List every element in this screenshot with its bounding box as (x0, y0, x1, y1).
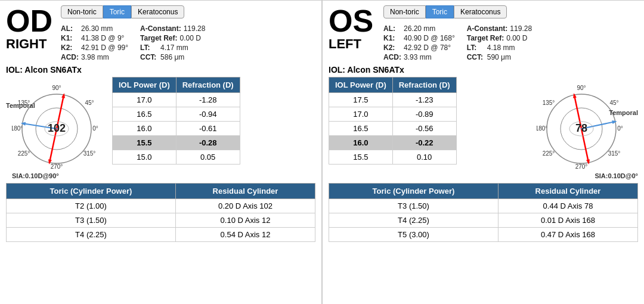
svg-text:270°: 270° (575, 163, 588, 170)
table-row: T4 (2.25)0.54 D Axis 12 (7, 228, 315, 242)
od-iol-table-wrapper: IOL Power (D) Refraction (D) 17.0-1.2816… (112, 77, 315, 165)
table-row: 17.0-1.28 (113, 93, 240, 107)
os-col-refraction: Refraction (D) (392, 77, 456, 93)
svg-text:90°: 90° (577, 85, 586, 91)
od-header: OD RIGHT Non-toric Toric Keratoconus AL:… (6, 5, 315, 61)
od-toric-col2: Residual Cylinder (175, 184, 315, 199)
od-tab-keratoconus[interactable]: Keratoconus (131, 5, 184, 18)
svg-text:45°: 45° (85, 100, 94, 106)
od-iol-label: IOL: Alcon SN6ATx (6, 65, 315, 75)
od-panel: OD RIGHT Non-toric Toric Keratoconus AL:… (0, 1, 322, 304)
svg-text:90°: 90° (52, 85, 61, 91)
table-row: 16.0-0.22 (329, 136, 457, 150)
svg-text:102: 102 (48, 122, 66, 134)
table-row: 17.5-1.23 (329, 93, 457, 107)
od-toric-table: Toric (Cylinder Power) Residual Cylinder… (6, 183, 315, 242)
od-toggle-group: Non-toric Toric Keratoconus (61, 5, 205, 18)
os-dial-svg: 90° 45° 0° 315° 270° 225° 180° 135° (537, 84, 626, 173)
od-col-power: IOL Power (D) (113, 77, 177, 93)
os-toric-table: Toric (Cylinder Power) Residual Cylinder… (329, 183, 638, 242)
os-toggle-group: Non-toric Toric Keratoconus (383, 5, 532, 18)
svg-text:45°: 45° (609, 100, 618, 106)
table-row: T3 (1.50)0.10 D Axis 12 (7, 213, 315, 228)
os-sia-label: SIA:0.10D@0° (595, 172, 638, 179)
os-toric-col1: Toric (Cylinder Power) (329, 184, 499, 199)
svg-text:0°: 0° (92, 125, 98, 132)
od-col-refraction: Refraction (D) (176, 77, 240, 93)
svg-text:135°: 135° (543, 100, 555, 106)
os-iol-table-wrapper: IOL Power (D) Refraction (D) 17.5-1.2317… (329, 77, 532, 165)
os-header: OS LEFT Non-toric Toric Keratoconus AL: … (329, 5, 638, 61)
table-row: T2 (1.00)0.20 D Axis 102 (7, 199, 315, 213)
od-sia-label: SIA:0.10D@90° (12, 172, 59, 179)
table-row: T5 (3.00)0.47 D Axis 168 (329, 228, 638, 242)
svg-text:225°: 225° (18, 150, 30, 157)
os-tab-keratoconus[interactable]: Keratoconus (454, 5, 507, 18)
os-measurements: AL: 26.20 mm K1: 40.90 D @ 168° K2: 42.9… (383, 24, 532, 61)
os-eye-label: OS LEFT (329, 5, 376, 51)
os-iol-label: IOL: Alcon SN6ATx (329, 65, 638, 75)
od-iol-table: IOL Power (D) Refraction (D) 17.0-1.2816… (112, 77, 240, 165)
os-temporal-label: Temporal (609, 109, 638, 116)
od-temporal-label: Temporal (6, 102, 35, 109)
os-toric-col2: Residual Cylinder (498, 184, 637, 199)
svg-text:180°: 180° (12, 125, 23, 132)
os-dial: 90° 45° 0° 315° 270° 225° 180° 135° (537, 77, 638, 178)
table-row: T4 (2.25)0.01 D Axis 168 (329, 213, 638, 228)
os-iol-table: IOL Power (D) Refraction (D) 17.5-1.2317… (329, 77, 457, 165)
svg-text:315°: 315° (83, 150, 96, 157)
od-tab-toric[interactable]: Toric (103, 5, 131, 18)
od-toric-col1: Toric (Cylinder Power) (7, 184, 176, 199)
table-row: 16.0-0.61 (113, 122, 240, 136)
od-eye-label: OD RIGHT (6, 5, 54, 51)
os-middle-row: IOL Power (D) Refraction (D) 17.5-1.2317… (329, 77, 638, 178)
svg-text:270°: 270° (51, 163, 63, 170)
svg-text:0°: 0° (617, 125, 623, 132)
svg-text:315°: 315° (608, 150, 621, 157)
os-panel: OS LEFT Non-toric Toric Keratoconus AL: … (323, 1, 644, 304)
table-row: 17.0-0.89 (329, 107, 457, 122)
od-dial: Temporal 90° 45° 0° 315° 270° 225° 180° … (6, 77, 107, 178)
svg-text:225°: 225° (543, 150, 555, 157)
table-row: 16.5-0.94 (113, 107, 240, 122)
os-tab-toric[interactable]: Toric (426, 5, 454, 18)
od-dial-svg: 90° 45° 0° 315° 270° 225° 180° 135° (12, 84, 101, 173)
table-row: 15.50.10 (329, 150, 457, 165)
od-middle-row: Temporal 90° 45° 0° 315° 270° 225° 180° … (6, 77, 315, 178)
od-tab-nontoric[interactable]: Non-toric (61, 5, 103, 18)
svg-text:78: 78 (575, 122, 587, 134)
od-measurements: AL: 26.30 mm K1: 41.38 D @ 9° K2: 42.91 … (61, 24, 205, 61)
table-row: T3 (1.50)0.44 D Axis 78 (329, 199, 638, 213)
table-row: 15.00.05 (113, 150, 240, 165)
table-row: 16.5-0.56 (329, 122, 457, 136)
os-col-power: IOL Power (D) (329, 77, 393, 93)
svg-text:180°: 180° (537, 125, 547, 132)
table-row: 15.5-0.28 (113, 136, 240, 150)
os-tab-nontoric[interactable]: Non-toric (383, 5, 426, 18)
